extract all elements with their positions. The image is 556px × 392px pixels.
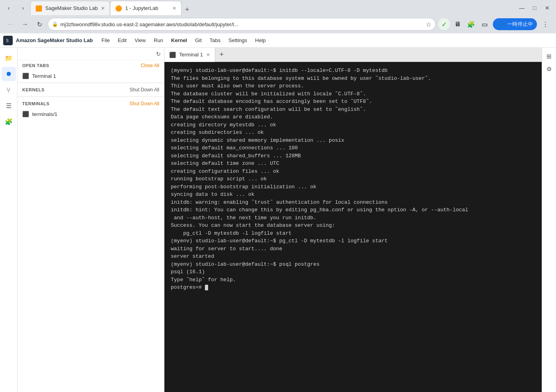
sidebar-item-running[interactable]: ⏺ xyxy=(2,67,16,81)
extension-buttons: ✓ 🖥 🧩 ▭ xyxy=(438,18,490,30)
bookmark-icon[interactable]: ☆ xyxy=(426,21,431,28)
ext-sidebar-button[interactable]: ▭ xyxy=(479,18,490,30)
terminal-line: selecting default shared_buffers ... 128… xyxy=(171,152,535,160)
layout-button[interactable]: ⚙ xyxy=(544,64,555,75)
terminal-line: (myenv) studio-lab-user@default:~$ initd… xyxy=(171,67,535,75)
menu-help[interactable]: Help xyxy=(251,33,270,48)
profile-button[interactable]: 👤 一時停止中 xyxy=(493,18,537,30)
right-panel: ⬛ Terminal 1 ✕ + (myenv) studio-lab-user… xyxy=(164,48,542,392)
menu-file[interactable]: File xyxy=(98,33,114,48)
sidebar-item-file-browser[interactable]: 📁 xyxy=(2,51,16,65)
address-bar: ← → ↻ 🔒 mj3zfswonndf98v.studio.us-east-2… xyxy=(0,16,556,33)
menu-edit[interactable]: Edit xyxy=(114,33,131,48)
ext-screen-button[interactable]: 🖥 xyxy=(452,18,463,30)
sagemaker-tab-close[interactable]: ✕ xyxy=(101,6,105,11)
terminal-line: The database cluster will be initialized… xyxy=(171,90,535,98)
minimize-button[interactable]: — xyxy=(516,2,527,14)
running-icon: ⏺ xyxy=(6,70,12,77)
property-inspector-icon: ⊞ xyxy=(546,53,552,60)
terminal-line: Data page checksums are disabled. xyxy=(171,113,535,121)
tab-history-forward[interactable]: › xyxy=(17,2,29,14)
terminal-line: performing post-bootstrap initialization… xyxy=(171,183,535,191)
layout-icon: ⚙ xyxy=(546,66,552,73)
terminal-line: The default database encoding has accord… xyxy=(171,98,535,106)
terminal-line: selecting default time zone ... UTC xyxy=(171,160,535,168)
extension-icon: 🧩 xyxy=(5,118,13,126)
nav-forward-button[interactable]: → xyxy=(19,18,31,30)
browser-menu-button[interactable]: ⋮ xyxy=(539,18,551,30)
kernels-shutdown-all-button[interactable]: Shut Down All xyxy=(129,87,159,93)
nav-reload-button[interactable]: ↻ xyxy=(33,18,45,30)
terminal-tab[interactable]: ⬛ Terminal 1 ✕ xyxy=(164,48,215,62)
close-all-button[interactable]: Close All xyxy=(141,63,159,68)
sagemaker-tab-icon: 🟧 xyxy=(35,5,42,12)
sidebar-item-extensions[interactable]: 🧩 xyxy=(2,114,16,129)
terminal-line: syncing data to disk ... ok xyxy=(171,191,535,199)
close-window-button[interactable]: ✕ xyxy=(542,2,553,14)
ext-puzzle-button[interactable]: 🧩 xyxy=(465,18,477,30)
url-bar[interactable]: 🔒 mj3zfswonndf98v.studio.us-east-2.sagem… xyxy=(48,18,436,31)
terminal-line: (myenv) studio-lab-user@default:~$ psql … xyxy=(171,261,535,268)
maximize-button[interactable]: □ xyxy=(529,2,540,14)
new-tab-jp-button[interactable]: + xyxy=(215,48,228,62)
property-inspector-button[interactable]: ⊞ xyxy=(544,51,555,62)
kernels-label: KERNELS xyxy=(22,87,44,92)
ext-checkmark-button[interactable]: ✓ xyxy=(438,18,450,30)
terminal-line: (myenv) studio-lab-user@default:~$ pg_ct… xyxy=(171,237,535,245)
terminal-line: waiting for server to start.... done xyxy=(171,245,535,253)
terminal-line: initdb: hint: You can change this by edi… xyxy=(171,206,535,214)
folder-icon: 📁 xyxy=(5,54,13,62)
tab-bar-right: — □ ✕ xyxy=(516,2,553,14)
terminal-tab-icon: ⬛ xyxy=(169,52,176,58)
terminal-tab-close-icon[interactable]: ✕ xyxy=(206,52,210,58)
menu-kernel[interactable]: Kernel xyxy=(167,33,191,48)
terminal-line: Success. You can now start the database … xyxy=(171,222,535,230)
terminal-line: creating configuration files ... ok xyxy=(171,168,535,176)
terminals-label: TERMINALS xyxy=(22,101,50,106)
divider-2 xyxy=(17,97,164,97)
browser-tab-sagemaker[interactable]: 🟧 SageMaker Studio Lab ✕ xyxy=(30,1,110,15)
terminal-line: creating directory mytestdb ... ok xyxy=(171,121,535,129)
left-panel: ↻ OPEN TABS Close All ⬛ Terminal 1 KERNE… xyxy=(17,48,164,392)
nav-back-button[interactable]: ← xyxy=(5,18,17,30)
menu-settings[interactable]: Settings xyxy=(224,33,251,48)
terminal-output[interactable]: (myenv) studio-lab-user@default:~$ initd… xyxy=(164,62,542,392)
terminal-item-1[interactable]: ⬛ terminals/1 xyxy=(17,109,164,119)
kernels-section-header: KERNELS Shut Down All xyxy=(17,85,164,95)
right-settings-panel: ⊞ ⚙ xyxy=(542,48,556,392)
terminals-shutdown-all-button[interactable]: Shut Down All xyxy=(129,101,159,106)
menu-run[interactable]: Run xyxy=(150,33,167,48)
jupyter-tab-label: 1 - JupyterLab xyxy=(125,5,169,11)
jupyter-tab-close[interactable]: ✕ xyxy=(172,6,176,11)
terminal-line: The default text search configuration wi… xyxy=(171,106,535,114)
sidebar-item-toc[interactable]: ☰ xyxy=(2,98,16,113)
menu-tabs[interactable]: Tabs xyxy=(206,33,224,48)
terminal-line: pg_ctl -D mytestdb -l logfile start xyxy=(171,230,535,238)
terminals-section-header: TERMINALS Shut Down All xyxy=(17,98,164,109)
menu-view[interactable]: View xyxy=(131,33,150,48)
terminal-line: running bootstrap script ... ok xyxy=(171,175,535,183)
menu-git[interactable]: Git xyxy=(191,33,206,48)
terminal-line: The files belonging to this database sys… xyxy=(171,75,535,83)
refresh-button[interactable]: ↻ xyxy=(156,51,161,57)
open-tab-terminal1[interactable]: ⬛ Terminal 1 xyxy=(17,71,164,81)
terminal-line: initdb: warning: enabling ˜trust˜ authen… xyxy=(171,199,535,207)
toc-icon: ☰ xyxy=(6,102,12,110)
terminal-line: Type ˜help˜ for help. xyxy=(171,276,535,284)
terminal-line: psql (16.1) xyxy=(171,268,535,276)
panel-header: ↻ xyxy=(17,48,164,60)
browser-tab-bar: ‹ › 🟧 SageMaker Studio Lab ✕ 🟠 1 - Jupyt… xyxy=(0,0,556,16)
main-content: 📁 ⏺ ⑂ ☰ 🧩 ↻ OPEN TABS Close All xyxy=(0,48,556,392)
tab-history-back[interactable]: ‹ xyxy=(3,2,14,14)
terminal-line: and --auth-host, the next time you run i… xyxy=(171,214,535,222)
open-tabs-section-header: OPEN TABS Close All xyxy=(17,60,164,71)
profile-avatar: 👤 xyxy=(497,21,505,28)
terminal-cursor xyxy=(205,285,208,290)
jupyter-tab-icon: 🟠 xyxy=(115,5,122,12)
sidebar-item-git[interactable]: ⑂ xyxy=(2,83,16,97)
divider-1 xyxy=(17,83,164,83)
sagemaker-tab-label: SageMaker Studio Lab xyxy=(45,5,98,11)
browser-tab-jupyter[interactable]: 🟠 1 - JupyterLab ✕ xyxy=(110,1,181,15)
new-tab-button[interactable]: + xyxy=(181,4,193,15)
terminal-line: postgres=# xyxy=(171,284,535,292)
